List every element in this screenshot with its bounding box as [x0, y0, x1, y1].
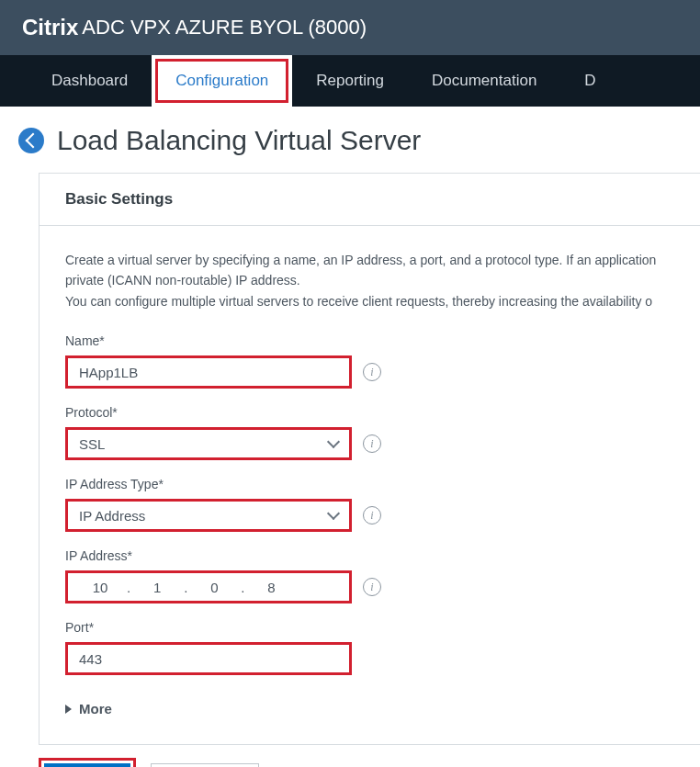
- ipaddr-input[interactable]: 10. 1. 0. 8: [65, 570, 352, 603]
- name-input[interactable]: HApp1LB: [65, 355, 352, 389]
- panel-intro: Create a virtual server by specifying a …: [65, 250, 674, 311]
- header-bar: Citrix ADC VPX AZURE BYOL (8000): [0, 0, 700, 55]
- basic-settings-panel: Basic Settings Create a virtual server b…: [39, 173, 700, 745]
- iptype-label: IP Address Type*: [65, 477, 674, 491]
- nav-tabs: Dashboard Configuration Reporting Docume…: [0, 55, 700, 107]
- info-icon[interactable]: i: [363, 363, 381, 381]
- name-label: Name*: [65, 333, 674, 348]
- protocol-label: Protocol*: [65, 405, 674, 420]
- panel-header: Basic Settings: [40, 174, 700, 226]
- info-icon[interactable]: i: [363, 578, 381, 596]
- tab-configuration[interactable]: Configuration: [152, 55, 292, 107]
- chevron-down-icon: [327, 507, 340, 520]
- port-input[interactable]: 443: [65, 642, 352, 675]
- triangle-right-icon: [65, 705, 72, 714]
- tab-reporting[interactable]: Reporting: [292, 55, 408, 107]
- cancel-button[interactable]: Cancel: [151, 763, 259, 767]
- brand-suffix: ADC VPX AZURE BYOL (8000): [82, 16, 367, 39]
- tab-dashboard[interactable]: Dashboard: [28, 55, 152, 107]
- ok-highlight: OK: [39, 758, 136, 767]
- footer-buttons: OK Cancel: [39, 758, 700, 767]
- page-title: Load Balancing Virtual Server: [57, 125, 421, 156]
- ok-button[interactable]: OK: [44, 763, 130, 767]
- tab-documentation[interactable]: Documentation: [408, 55, 560, 107]
- brand-strong: Citrix: [22, 15, 78, 40]
- ipaddr-label: IP Address*: [65, 548, 674, 563]
- iptype-select[interactable]: IP Address: [65, 499, 352, 532]
- page-title-row: Load Balancing Virtual Server: [18, 125, 700, 156]
- arrow-left-icon: [25, 133, 40, 149]
- more-toggle[interactable]: More: [65, 692, 674, 726]
- protocol-select[interactable]: SSL: [65, 427, 352, 460]
- chevron-down-icon: [327, 435, 340, 448]
- info-icon[interactable]: i: [363, 434, 381, 453]
- info-icon[interactable]: i: [363, 506, 381, 524]
- back-button[interactable]: [18, 128, 44, 153]
- tab-overflow[interactable]: D: [560, 55, 619, 107]
- port-label: Port*: [65, 620, 674, 635]
